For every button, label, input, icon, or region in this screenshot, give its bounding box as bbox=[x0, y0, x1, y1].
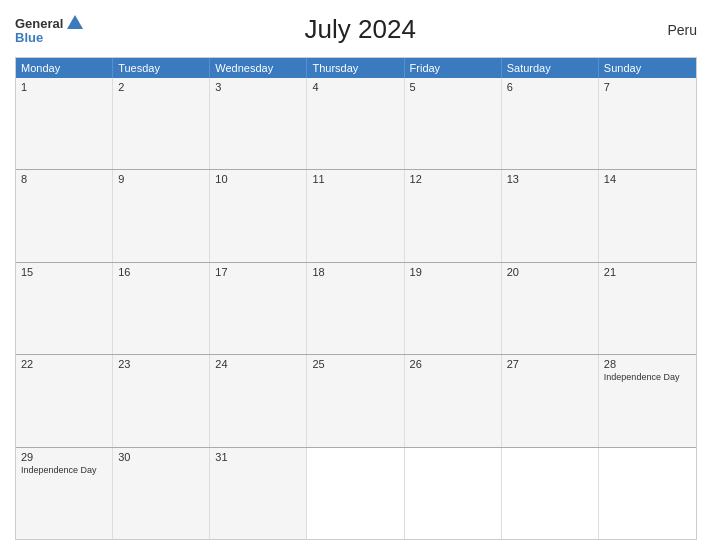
calendar-week-4: 22232425262728Independence Day bbox=[16, 355, 696, 447]
calendar-cell: 1 bbox=[16, 78, 113, 169]
calendar-cell: 26 bbox=[405, 355, 502, 446]
calendar-cell: 27 bbox=[502, 355, 599, 446]
calendar-cell: 18 bbox=[307, 263, 404, 354]
page: General Blue July 2024 Peru Monday Tuesd… bbox=[0, 0, 712, 550]
event-label: Independence Day bbox=[21, 465, 107, 476]
calendar-body: 1234567891011121314151617181920212223242… bbox=[16, 78, 696, 539]
day-number: 6 bbox=[507, 81, 593, 93]
day-number: 15 bbox=[21, 266, 107, 278]
calendar-cell: 20 bbox=[502, 263, 599, 354]
calendar-week-5: 29Independence Day3031 bbox=[16, 448, 696, 539]
calendar-header: Monday Tuesday Wednesday Thursday Friday… bbox=[16, 58, 696, 78]
day-number: 19 bbox=[410, 266, 496, 278]
day-number: 2 bbox=[118, 81, 204, 93]
calendar-cell: 24 bbox=[210, 355, 307, 446]
country-label: Peru bbox=[637, 22, 697, 38]
calendar-cell: 3 bbox=[210, 78, 307, 169]
calendar-cell: 10 bbox=[210, 170, 307, 261]
header-saturday: Saturday bbox=[502, 58, 599, 78]
day-number: 20 bbox=[507, 266, 593, 278]
day-number: 18 bbox=[312, 266, 398, 278]
calendar-cell: 4 bbox=[307, 78, 404, 169]
day-number: 12 bbox=[410, 173, 496, 185]
header-friday: Friday bbox=[405, 58, 502, 78]
day-number: 31 bbox=[215, 451, 301, 463]
calendar-cell: 16 bbox=[113, 263, 210, 354]
header-sunday: Sunday bbox=[599, 58, 696, 78]
header-monday: Monday bbox=[16, 58, 113, 78]
header-thursday: Thursday bbox=[307, 58, 404, 78]
calendar-cell bbox=[502, 448, 599, 539]
calendar-week-2: 891011121314 bbox=[16, 170, 696, 262]
day-number: 10 bbox=[215, 173, 301, 185]
day-number: 22 bbox=[21, 358, 107, 370]
calendar: Monday Tuesday Wednesday Thursday Friday… bbox=[15, 57, 697, 540]
calendar-cell: 6 bbox=[502, 78, 599, 169]
calendar-week-1: 1234567 bbox=[16, 78, 696, 170]
day-number: 29 bbox=[21, 451, 107, 463]
logo-general-text: General bbox=[15, 17, 63, 30]
calendar-cell: 29Independence Day bbox=[16, 448, 113, 539]
calendar-cell: 31 bbox=[210, 448, 307, 539]
calendar-cell: 13 bbox=[502, 170, 599, 261]
day-number: 13 bbox=[507, 173, 593, 185]
calendar-cell: 11 bbox=[307, 170, 404, 261]
day-number: 17 bbox=[215, 266, 301, 278]
day-number: 4 bbox=[312, 81, 398, 93]
calendar-cell: 15 bbox=[16, 263, 113, 354]
calendar-cell: 17 bbox=[210, 263, 307, 354]
calendar-cell: 9 bbox=[113, 170, 210, 261]
day-number: 9 bbox=[118, 173, 204, 185]
day-number: 5 bbox=[410, 81, 496, 93]
day-number: 14 bbox=[604, 173, 691, 185]
calendar-cell: 8 bbox=[16, 170, 113, 261]
day-number: 11 bbox=[312, 173, 398, 185]
calendar-cell: 19 bbox=[405, 263, 502, 354]
calendar-cell bbox=[307, 448, 404, 539]
logo-blue-text: Blue bbox=[15, 31, 43, 44]
calendar-cell: 25 bbox=[307, 355, 404, 446]
calendar-cell: 23 bbox=[113, 355, 210, 446]
calendar-cell: 22 bbox=[16, 355, 113, 446]
calendar-cell: 28Independence Day bbox=[599, 355, 696, 446]
logo: General Blue bbox=[15, 15, 83, 44]
calendar-week-3: 15161718192021 bbox=[16, 263, 696, 355]
logo-triangle-icon bbox=[67, 15, 83, 29]
calendar-cell bbox=[405, 448, 502, 539]
day-number: 24 bbox=[215, 358, 301, 370]
day-number: 8 bbox=[21, 173, 107, 185]
calendar-cell: 12 bbox=[405, 170, 502, 261]
calendar-cell bbox=[599, 448, 696, 539]
day-number: 21 bbox=[604, 266, 691, 278]
calendar-cell: 2 bbox=[113, 78, 210, 169]
day-number: 27 bbox=[507, 358, 593, 370]
calendar-cell: 5 bbox=[405, 78, 502, 169]
calendar-cell: 21 bbox=[599, 263, 696, 354]
calendar-cell: 14 bbox=[599, 170, 696, 261]
calendar-cell: 7 bbox=[599, 78, 696, 169]
day-number: 7 bbox=[604, 81, 691, 93]
event-label: Independence Day bbox=[604, 372, 691, 383]
day-number: 23 bbox=[118, 358, 204, 370]
header: General Blue July 2024 Peru bbox=[15, 10, 697, 49]
day-number: 3 bbox=[215, 81, 301, 93]
day-number: 26 bbox=[410, 358, 496, 370]
day-number: 25 bbox=[312, 358, 398, 370]
day-number: 30 bbox=[118, 451, 204, 463]
calendar-cell: 30 bbox=[113, 448, 210, 539]
day-number: 16 bbox=[118, 266, 204, 278]
header-tuesday: Tuesday bbox=[113, 58, 210, 78]
calendar-title: July 2024 bbox=[83, 14, 637, 45]
day-number: 28 bbox=[604, 358, 691, 370]
day-number: 1 bbox=[21, 81, 107, 93]
header-wednesday: Wednesday bbox=[210, 58, 307, 78]
